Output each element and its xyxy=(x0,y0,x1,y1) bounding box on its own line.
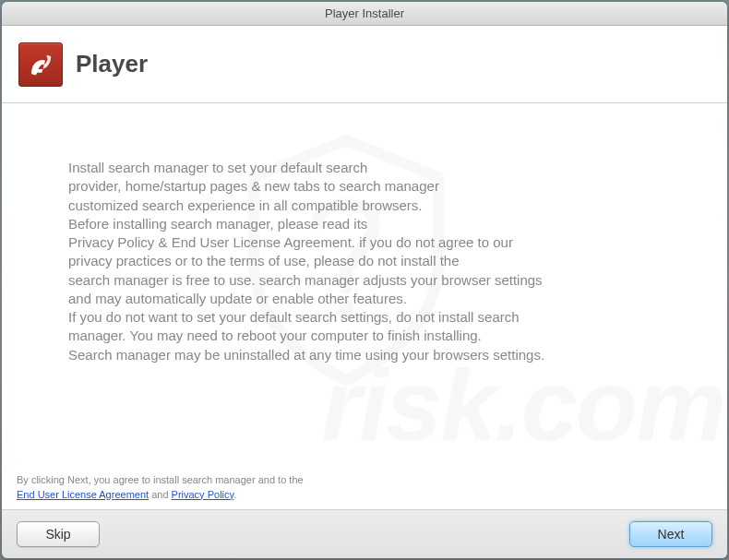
privacy-link[interactable]: Privacy Policy xyxy=(172,489,234,500)
body-text: Install search manager to set your defau… xyxy=(68,159,661,364)
titlebar: Player Installer xyxy=(2,2,727,26)
header: Player xyxy=(2,26,727,103)
flash-logo-icon xyxy=(27,51,54,78)
flash-player-icon xyxy=(18,42,63,87)
notice-prefix: By clicking Next, you agree to install s… xyxy=(17,474,304,485)
notice-suffix: . xyxy=(233,489,236,500)
content-area: risk.com Install search manager to set y… xyxy=(2,103,727,462)
window-title: Player Installer xyxy=(325,6,404,20)
header-title: Player xyxy=(76,50,148,78)
skip-button[interactable]: Skip xyxy=(17,521,100,547)
eula-link[interactable]: End User License Agreement xyxy=(17,489,149,500)
and-text: and xyxy=(149,489,171,500)
next-button[interactable]: Next xyxy=(629,521,712,547)
footer-notice: By clicking Next, you agree to install s… xyxy=(2,462,727,510)
button-bar: Skip Next xyxy=(2,510,727,558)
installer-window: Player Installer Player risk.com Install… xyxy=(2,2,727,558)
